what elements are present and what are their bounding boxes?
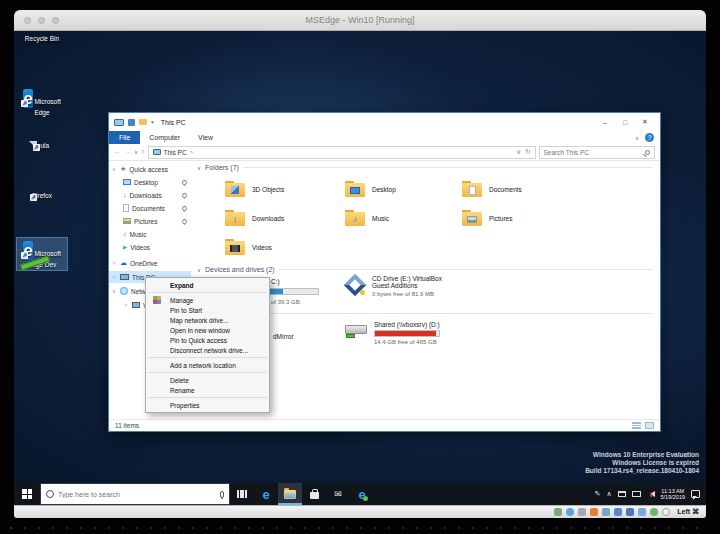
taskbar-edge-button[interactable]: e xyxy=(254,483,278,505)
menu-item-manage[interactable]: Manage xyxy=(146,295,269,305)
folders-group-header[interactable]: ∨ Folders (7) xyxy=(197,163,652,172)
vbox-display-icon[interactable] xyxy=(626,508,634,516)
display-tray-icon[interactable] xyxy=(632,491,641,497)
chevron-down-icon[interactable]: ∨ xyxy=(111,288,117,294)
nav-item-videos[interactable]: ▶ Videos xyxy=(109,241,191,253)
qat-new-folder-icon[interactable] xyxy=(139,119,147,125)
nav-item-quick-access[interactable]: ∨ ★ Quick access xyxy=(109,163,191,175)
vbox-audio-icon[interactable] xyxy=(578,508,586,516)
folder-item-documents[interactable]: Documents xyxy=(462,176,576,202)
nav-item-desktop[interactable]: Desktop xyxy=(109,176,191,188)
vbox-mouse-icon[interactable] xyxy=(662,508,670,516)
desktop-icon-microsoft-edge-dev[interactable]: e ↗ Microsoft Edge Dev xyxy=(17,238,67,270)
shared-folder-tray-icon[interactable] xyxy=(618,491,626,497)
start-button[interactable] xyxy=(14,483,40,505)
address-box[interactable]: This PC > ∨ ↻ xyxy=(148,146,536,159)
computer-icon xyxy=(132,302,140,308)
menu-item-pin-to-start[interactable]: Pin to Start xyxy=(146,305,269,315)
action-center-icon[interactable] xyxy=(691,490,700,498)
nav-item-downloads[interactable]: ↓ Downloads xyxy=(109,189,191,201)
show-hidden-icons-chevron[interactable]: ∧ xyxy=(606,490,611,498)
vbox-features-icon[interactable] xyxy=(650,508,658,516)
menu-item-add-network-location[interactable]: Add a network location xyxy=(146,360,269,370)
drive-item-cd-drive[interactable]: CD Drive (E:) VirtualBox Guest Additions… xyxy=(345,275,459,307)
help-icon[interactable]: ? xyxy=(645,133,654,142)
menu-item-expand[interactable]: Expand xyxy=(146,280,269,290)
devices-group-header[interactable]: ∨ Devices and drives (2) xyxy=(197,265,652,274)
nav-item-documents[interactable]: Documents xyxy=(109,202,191,214)
pen-icon[interactable]: ✎ xyxy=(595,490,601,498)
forward-button[interactable]: → xyxy=(124,148,131,156)
tab-computer[interactable]: Computer xyxy=(140,131,189,144)
chevron-right-icon[interactable]: > xyxy=(111,260,117,266)
taskbar-mail-button[interactable]: ✉ xyxy=(326,483,350,505)
menu-item-properties[interactable]: Properties xyxy=(146,400,269,410)
menu-item-open-in-new-window[interactable]: Open in new window xyxy=(146,325,269,335)
taskbar-store-button[interactable] xyxy=(302,483,326,505)
menu-item-rename[interactable]: Rename xyxy=(146,385,269,395)
search-box[interactable] xyxy=(539,146,655,159)
desktop-icon-recycle-bin[interactable]: Recycle Bin xyxy=(17,33,67,44)
ribbon-expand-chevron-icon[interactable]: ∨ xyxy=(635,135,639,141)
breadcrumb[interactable]: This PC xyxy=(164,149,187,156)
mac-minimize-button[interactable] xyxy=(38,17,45,24)
desktop-icon-eula[interactable]: ↗ eula xyxy=(17,140,67,151)
chevron-down-icon[interactable]: ∨ xyxy=(111,166,117,172)
taskbar-file-explorer-button[interactable] xyxy=(278,483,302,505)
drive-item-shared[interactable]: Shared (\\vboxsrv) (D:) 14.4 GB free of … xyxy=(345,321,459,353)
close-button[interactable]: ✕ xyxy=(635,114,655,130)
tab-view[interactable]: View xyxy=(189,131,222,144)
menu-item-delete[interactable]: Delete xyxy=(146,375,269,385)
taskbar-clock[interactable]: 11:13 AM 5/19/2019 xyxy=(661,488,685,501)
network-location-label-fragment[interactable]: dMirror xyxy=(273,333,294,340)
vbox-usb-icon[interactable] xyxy=(602,508,610,516)
chevron-right-icon[interactable]: > xyxy=(111,274,117,280)
up-button[interactable]: ↑ xyxy=(141,148,145,156)
volume-muted-icon[interactable] xyxy=(647,491,655,497)
microphone-icon[interactable] xyxy=(220,491,224,498)
taskbar-edge-dev-button[interactable]: e xyxy=(350,483,374,505)
vbox-shared-folders-icon[interactable] xyxy=(614,508,622,516)
taskbar-search[interactable] xyxy=(40,483,230,505)
address-dropdown-icon[interactable]: ∨ xyxy=(516,148,521,156)
menu-item-disconnect-network-drive[interactable]: Disconnect network drive... xyxy=(146,345,269,355)
mac-zoom-button[interactable] xyxy=(52,17,59,24)
minimize-button[interactable]: – xyxy=(595,114,615,130)
vbox-cd-icon[interactable] xyxy=(566,508,574,516)
folder-item-pictures[interactable]: Pictures xyxy=(462,205,576,231)
menu-item-pin-to-quick-access[interactable]: Pin to Quick access xyxy=(146,335,269,345)
qat-customize-chevron-icon[interactable]: ▾ xyxy=(151,119,154,125)
taskbar-search-input[interactable] xyxy=(58,491,216,498)
menu-item-map-network-drive[interactable]: Map network drive... xyxy=(146,315,269,325)
nav-item-onedrive[interactable]: > ☁ OneDrive xyxy=(109,257,191,269)
folder-item-desktop[interactable]: Desktop xyxy=(345,176,459,202)
explorer-search-input[interactable] xyxy=(544,149,642,156)
qat-properties-icon[interactable] xyxy=(128,119,135,126)
vbox-recording-icon[interactable] xyxy=(638,508,646,516)
nav-item-music[interactable]: ♪ Music xyxy=(109,228,191,240)
chevron-right-icon[interactable]: > xyxy=(123,302,129,308)
tab-file[interactable]: File xyxy=(109,131,140,144)
maximize-button[interactable]: □ xyxy=(615,114,635,130)
back-button[interactable]: ← xyxy=(114,148,121,156)
chevron-down-icon[interactable]: ∨ xyxy=(197,165,201,171)
nav-item-pictures[interactable]: Pictures xyxy=(109,215,191,227)
vbox-hdd-icon[interactable] xyxy=(554,508,562,516)
edge-dev-icon: e xyxy=(358,488,365,501)
chevron-down-icon[interactable]: ∨ xyxy=(197,267,201,273)
folder-item-videos[interactable]: Videos xyxy=(225,234,339,260)
details-view-icon[interactable] xyxy=(632,422,641,429)
task-view-button[interactable] xyxy=(230,483,254,505)
mac-close-button[interactable] xyxy=(24,17,31,24)
shortcut-arrow-icon: ↗ xyxy=(30,194,37,201)
folder-item-music[interactable]: ♪ Music xyxy=(345,205,459,231)
refresh-icon[interactable]: ↻ xyxy=(525,148,530,156)
breadcrumb-chevron-icon[interactable]: > xyxy=(190,149,193,155)
thumbnails-view-icon[interactable] xyxy=(645,422,654,429)
recent-locations-chevron-icon[interactable]: ∨ xyxy=(134,149,138,155)
folder-item-3d-objects[interactable]: 3D Objects xyxy=(225,176,339,202)
desktop-icon-microsoft-edge[interactable]: e ↗ Microsoft Edge xyxy=(17,86,67,118)
desktop-icon-firefox[interactable]: ↗ Firefox xyxy=(17,190,67,201)
folder-item-downloads[interactable]: ↓ Downloads xyxy=(225,205,339,231)
vbox-network-icon[interactable] xyxy=(590,508,598,516)
